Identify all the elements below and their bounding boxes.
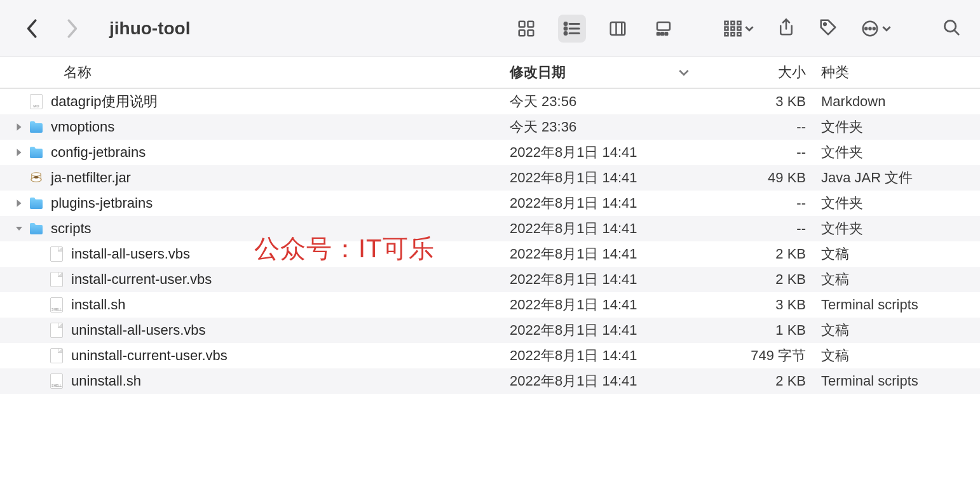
file-kind: 文件夹	[821, 118, 980, 137]
svg-marker-39	[16, 227, 22, 231]
file-name: vmoptions	[51, 119, 114, 135]
sh-icon: SHELL	[47, 297, 66, 313]
more-actions-button[interactable]	[861, 19, 891, 38]
file-size: 2 KB	[700, 373, 821, 389]
toolbar: jihuo-tool	[0, 0, 980, 57]
view-switcher	[512, 15, 677, 43]
file-kind: 文件夹	[821, 219, 980, 238]
doc-icon	[47, 246, 66, 262]
svg-point-6	[564, 27, 567, 30]
col-header-name[interactable]: 名称	[64, 63, 510, 82]
file-row[interactable]: scripts2022年8月1日 14:41--文件夹	[0, 216, 980, 241]
file-kind: 文件夹	[821, 143, 980, 162]
file-kind: Markdown	[821, 93, 980, 110]
file-row[interactable]: SHELLinstall.sh2022年8月1日 14:413 KBTermin…	[0, 292, 980, 318]
column-headers: 名称 修改日期 大小 种类	[0, 57, 980, 89]
icon-view-button[interactable]	[512, 15, 540, 43]
folder-icon	[27, 144, 46, 161]
svg-rect-22	[732, 32, 735, 36]
col-header-date[interactable]: 修改日期	[510, 63, 700, 82]
svg-marker-33	[17, 123, 22, 131]
file-name: scripts	[51, 220, 92, 237]
col-header-kind[interactable]: 种类	[821, 63, 980, 82]
file-kind: 文稿	[821, 346, 980, 365]
file-size: 2 KB	[700, 271, 821, 288]
file-date: 2022年8月1日 14:41	[510, 321, 700, 340]
doc-icon	[47, 322, 66, 339]
md-icon: MD	[27, 93, 46, 110]
file-row[interactable]: MDdatagrip使用说明今天 23:563 KBMarkdown	[0, 89, 980, 114]
folder-title: jihuo-tool	[109, 18, 191, 39]
file-size: 3 KB	[700, 93, 821, 110]
svg-rect-21	[732, 27, 735, 30]
svg-rect-13	[657, 22, 670, 30]
list-view-button[interactable]	[558, 15, 586, 43]
doc-icon	[47, 271, 66, 288]
file-name: uninstall-all-users.vbs	[71, 322, 206, 339]
svg-rect-3	[528, 30, 534, 36]
file-size: 2 KB	[700, 246, 821, 262]
disclosure-triangle[interactable]	[11, 220, 27, 237]
doc-icon	[47, 347, 66, 364]
file-size: --	[700, 144, 821, 161]
back-button[interactable]	[25, 18, 39, 39]
file-date: 2022年8月1日 14:41	[510, 245, 700, 264]
svg-point-4	[564, 22, 567, 25]
file-name: ja-netfilter.jar	[51, 170, 131, 186]
svg-point-8	[564, 32, 567, 34]
svg-rect-19	[725, 32, 728, 36]
folder-icon	[27, 119, 46, 135]
file-date: 2022年8月1日 14:41	[510, 168, 700, 187]
file-date: 2022年8月1日 14:41	[510, 372, 700, 391]
file-size: --	[700, 195, 821, 212]
file-kind: 文稿	[821, 270, 980, 289]
file-kind: 文件夹	[821, 194, 980, 213]
svg-marker-34	[17, 149, 22, 156]
file-name: datagrip使用说明	[51, 92, 158, 111]
file-name: plugins-jetbrains	[51, 195, 153, 212]
file-row[interactable]: plugins-jetbrains2022年8月1日 14:41--文件夹	[0, 191, 980, 216]
file-name: config-jetbrains	[51, 144, 146, 161]
file-list: MDdatagrip使用说明今天 23:563 KBMarkdownvmopti…	[0, 89, 980, 394]
file-row[interactable]: SHELLuninstall.sh2022年8月1日 14:412 KBTerm…	[0, 368, 980, 394]
search-button[interactable]	[942, 18, 961, 39]
svg-rect-14	[657, 32, 660, 35]
file-date: 2022年8月1日 14:41	[510, 143, 700, 162]
col-header-size[interactable]: 大小	[700, 63, 821, 82]
svg-marker-38	[17, 199, 22, 207]
file-row[interactable]: ja-netfilter.jar2022年8月1日 14:4149 KBJava…	[0, 165, 980, 191]
disclosure-triangle[interactable]	[11, 119, 27, 135]
file-row[interactable]: config-jetbrains2022年8月1日 14:41--文件夹	[0, 140, 980, 165]
file-row[interactable]: uninstall-all-users.vbs2022年8月1日 14:411 …	[0, 318, 980, 343]
forward-button[interactable]	[65, 18, 79, 39]
svg-point-26	[824, 23, 826, 25]
svg-point-35	[32, 173, 41, 176]
svg-point-30	[873, 27, 875, 29]
column-view-button[interactable]	[604, 15, 632, 43]
share-button[interactable]	[777, 18, 796, 39]
tag-button[interactable]	[819, 18, 838, 39]
file-name: install-all-users.vbs	[71, 246, 190, 262]
file-row[interactable]: install-current-user.vbs2022年8月1日 14:412…	[0, 267, 980, 292]
svg-rect-18	[725, 27, 728, 30]
svg-rect-0	[519, 21, 525, 27]
file-row[interactable]: install-all-users.vbs2022年8月1日 14:412 KB…	[0, 241, 980, 267]
file-date: 2022年8月1日 14:41	[510, 219, 700, 238]
svg-line-32	[955, 30, 958, 34]
svg-rect-23	[738, 21, 741, 24]
disclosure-triangle[interactable]	[11, 195, 27, 212]
disclosure-triangle[interactable]	[11, 144, 27, 161]
file-row[interactable]: vmoptions今天 23:36--文件夹	[0, 114, 980, 140]
svg-rect-2	[519, 30, 525, 36]
file-kind: 文稿	[821, 245, 980, 264]
file-row[interactable]: uninstall-current-user.vbs2022年8月1日 14:4…	[0, 343, 980, 368]
gallery-view-button[interactable]	[650, 15, 677, 43]
file-size: 749 字节	[700, 346, 821, 365]
file-date: 今天 23:36	[510, 118, 700, 137]
svg-rect-15	[661, 32, 664, 35]
jar-icon	[27, 170, 46, 186]
svg-rect-1	[528, 21, 534, 27]
file-date: 今天 23:56	[510, 92, 700, 111]
group-by-button[interactable]	[723, 19, 754, 38]
file-date: 2022年8月1日 14:41	[510, 194, 700, 213]
